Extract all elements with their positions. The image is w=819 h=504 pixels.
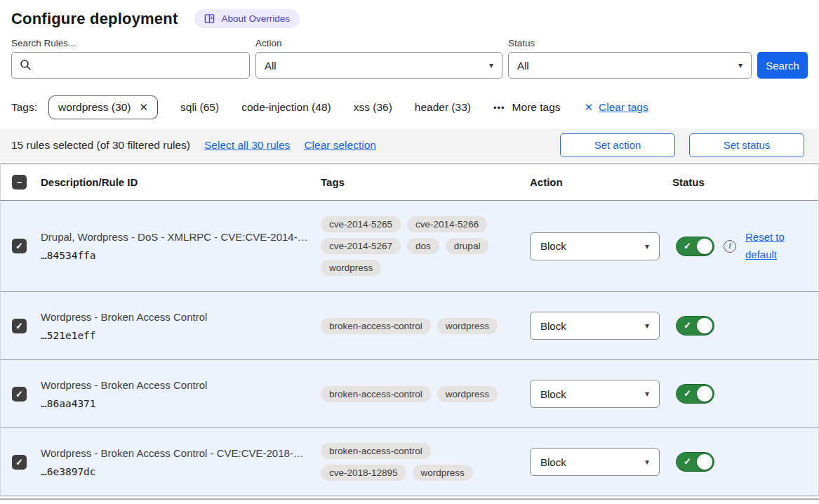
tag-pill: cve-2018-12895 <box>321 465 406 481</box>
chevron-down-icon: ▾ <box>489 60 493 70</box>
select-all-checkbox[interactable]: − <box>12 175 27 190</box>
selection-summary: 15 rules selected (of 30 filtered rules) <box>11 139 190 152</box>
table-row: ✓ Drupal, Wordpress - DoS - XMLRPC - CVE… <box>1 201 818 292</box>
tag-pill: broken-access-control <box>321 386 431 402</box>
select-all-link[interactable]: Select all 30 rules <box>204 139 290 152</box>
tag-pill: broken-access-control <box>321 318 431 334</box>
tags-label: Tags: <box>11 101 37 114</box>
clear-tags-label: Clear tags <box>599 101 648 114</box>
tag-pill: dos <box>407 238 439 254</box>
close-icon[interactable]: ✕ <box>139 101 148 114</box>
tag-pill: cve-2014-5267 <box>321 238 401 254</box>
check-icon: ✓ <box>684 241 691 251</box>
row-checkbox[interactable]: ✓ <box>12 319 27 333</box>
tag-filter-code-injection[interactable]: code-injection (48) <box>241 101 331 114</box>
chevron-down-icon: ▾ <box>645 389 649 399</box>
column-header-status: Status <box>672 176 818 188</box>
action-select[interactable]: Block ▾ <box>530 232 660 260</box>
search-rules-input[interactable] <box>11 52 250 79</box>
action-filter-label: Action <box>255 38 502 48</box>
row-checkbox[interactable]: ✓ <box>12 387 27 402</box>
set-status-button[interactable]: Set status <box>689 133 804 157</box>
check-icon: ✓ <box>684 388 691 399</box>
about-overrides-label: About Overrides <box>221 13 290 24</box>
chevron-down-icon: ▾ <box>738 60 743 70</box>
about-overrides-badge[interactable]: About Overrides <box>194 9 300 28</box>
rule-tags: broken-access-control cve-2018-12895 wor… <box>321 436 512 488</box>
rule-tags: broken-access-control wordpress <box>321 311 512 341</box>
rule-description: Wordpress - Broken Access Control <box>41 311 311 323</box>
check-icon: ✓ <box>684 456 691 467</box>
action-select-value: Block <box>540 320 566 332</box>
tag-pill: cve-2014-5265 <box>321 216 401 232</box>
column-header-tags: Tags <box>321 176 530 188</box>
tag-pill: cve-2014-5266 <box>407 216 487 232</box>
page-header: Configure deployment About Overrides <box>0 0 819 28</box>
rule-id: …521e1eff <box>41 330 311 341</box>
status-filter-label: Status <box>508 38 752 48</box>
tag-pill: wordpress <box>413 465 473 481</box>
search-rules-label: Search Rules... <box>11 38 250 48</box>
tag-pill: broken-access-control <box>321 443 431 459</box>
chevron-down-icon: ▾ <box>645 241 649 251</box>
chevron-down-icon: ▾ <box>645 457 649 467</box>
rule-id: …6e3897dc <box>41 466 311 477</box>
filters-row: Search Rules... Action All ▾ Status All … <box>0 28 819 79</box>
rule-id: …86aa4371 <box>41 398 311 409</box>
action-select-value: Block <box>540 388 566 400</box>
status-toggle[interactable]: ✓ <box>676 316 714 336</box>
close-icon: ✕ <box>585 101 594 114</box>
tag-pill: wordpress <box>437 318 498 334</box>
ellipsis-icon: ••• <box>493 102 505 113</box>
tag-pill: wordpress <box>437 386 498 402</box>
tag-pill: wordpress <box>321 260 381 276</box>
tag-filter-xss[interactable]: xss (36) <box>354 101 392 114</box>
table-row: ✓ Wordpress - Broken Access Control …86a… <box>1 360 818 428</box>
selected-tag-label: wordpress (30) <box>58 101 131 114</box>
status-toggle[interactable]: ✓ <box>676 452 714 472</box>
toggle-knob <box>697 386 712 402</box>
rules-table: − Description/Rule ID Tags Action Status… <box>0 164 819 496</box>
action-select[interactable]: Block ▾ <box>530 448 660 476</box>
row-checkbox[interactable]: ✓ <box>12 455 27 470</box>
status-filter-value: All <box>517 60 529 72</box>
set-action-button[interactable]: Set action <box>560 133 675 157</box>
column-header-description: Description/Rule ID <box>41 176 321 188</box>
clear-tags-link[interactable]: ✕ Clear tags <box>585 101 648 114</box>
rule-description: Wordpress - Broken Access Control - CVE:… <box>41 447 311 459</box>
toggle-knob <box>697 239 712 254</box>
status-filter-select[interactable]: All ▾ <box>508 52 752 79</box>
status-toggle[interactable]: ✓ <box>676 237 714 256</box>
chevron-down-icon: ▾ <box>645 321 649 331</box>
tag-filter-sqli[interactable]: sqli (65) <box>180 101 219 114</box>
action-select[interactable]: Block ▾ <box>530 380 660 408</box>
info-icon[interactable]: i <box>724 240 736 253</box>
clear-selection-link[interactable]: Clear selection <box>304 139 376 152</box>
search-button[interactable]: Search <box>757 52 808 79</box>
row-checkbox[interactable]: ✓ <box>12 239 27 253</box>
reset-to-default-link[interactable]: Reset to default <box>745 229 790 264</box>
action-select-value: Block <box>540 456 566 468</box>
table-header-row: − Description/Rule ID Tags Action Status <box>1 164 818 201</box>
page-title: Configure deployment <box>11 10 178 28</box>
tag-pill: drupal <box>446 238 489 254</box>
selected-tag-chip-wordpress[interactable]: wordpress (30) ✕ <box>48 95 158 119</box>
more-tags-button[interactable]: ••• More tags <box>493 101 561 114</box>
action-filter-value: All <box>265 60 277 72</box>
toggle-knob <box>697 454 712 470</box>
table-row: ✓ Wordpress - Broken Access Control - CV… <box>1 428 818 496</box>
rule-id: …84534ffa <box>41 250 311 261</box>
check-icon: ✓ <box>684 320 691 331</box>
action-select-value: Block <box>540 240 566 252</box>
more-tags-label: More tags <box>512 101 561 114</box>
action-select[interactable]: Block ▾ <box>530 312 660 340</box>
status-toggle[interactable]: ✓ <box>676 384 714 404</box>
action-filter-select[interactable]: All ▾ <box>255 52 502 79</box>
rule-description: Drupal, Wordpress - DoS - XMLRPC - CVE:C… <box>41 231 311 243</box>
selection-bar: 15 rules selected (of 30 filtered rules)… <box>0 128 819 161</box>
table-row: ✓ Wordpress - Broken Access Control …521… <box>1 292 818 360</box>
rule-tags: broken-access-control wordpress <box>321 379 512 409</box>
column-header-action: Action <box>530 176 672 188</box>
tag-filter-header[interactable]: header (33) <box>415 101 471 114</box>
toggle-knob <box>697 318 712 333</box>
